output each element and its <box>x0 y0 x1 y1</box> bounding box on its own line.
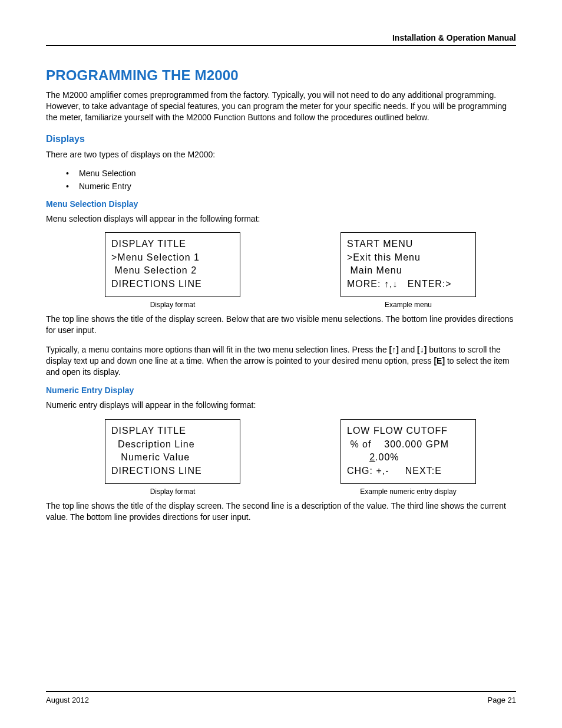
displays-intro: There are two types of displays on the M… <box>46 149 516 160</box>
numeric-example-box: LOW FLOW CUTOFF % of 300.000 GPM 2.00% C… <box>340 419 476 484</box>
displays-heading: Displays <box>46 134 516 144</box>
box-line: Numeric Value <box>111 452 190 462</box>
box-line-left: MORE: <box>347 279 384 289</box>
menu-selection-intro: Menu selection displays will appear in t… <box>46 213 516 225</box>
up-down-arrow-icon: ↑,↓ <box>384 279 398 289</box>
box-line: Menu Selection 2 <box>111 265 197 275</box>
box-line: Description Line <box>111 439 195 449</box>
box-line: DIRECTIONS LINE <box>111 466 202 476</box>
menu-para-2: Typically, a menu contains more options … <box>46 344 516 378</box>
box-line: DISPLAY TITLE <box>111 426 186 436</box>
down-button-ref: [↓] <box>417 345 427 354</box>
menu-format-caption: Display format <box>105 301 240 309</box>
box-line: DISPLAY TITLE <box>111 239 186 249</box>
menu-display-row: DISPLAY TITLE >Menu Selection 1 Menu Sel… <box>105 232 516 309</box>
bullet-item: Numeric Entry <box>66 182 516 191</box>
page-footer: August 2012 Page 21 <box>46 691 516 704</box>
numeric-entry-intro: Numeric entry displays will appear in th… <box>46 400 516 411</box>
menu-example-box: START MENU >Exit this Menu Main Menu MOR… <box>340 232 476 297</box>
down-arrow-icon: ↓ <box>420 345 424 354</box>
box-line: >Exit this Menu <box>347 252 421 262</box>
text-run: Typically, a menu contains more options … <box>46 345 389 354</box>
numeric-format-col: DISPLAY TITLE Description Line Numeric V… <box>105 419 240 496</box>
numeric-example-caption: Example numeric entry display <box>340 487 476 496</box>
box-line-left: CHG: +,- <box>347 466 389 476</box>
numeric-display-row: DISPLAY TITLE Description Line Numeric V… <box>105 419 516 496</box>
menu-format-box: DISPLAY TITLE >Menu Selection 1 Menu Sel… <box>105 232 240 297</box>
cursor-digit: 2 <box>369 452 375 462</box>
footer-date: August 2012 <box>46 696 89 704</box>
menu-example-caption: Example menu <box>340 301 476 309</box>
box-line: Main Menu <box>347 265 402 275</box>
text-run: and <box>399 345 417 354</box>
numeric-format-caption: Display format <box>105 487 240 496</box>
menu-format-col: DISPLAY TITLE >Menu Selection 1 Menu Sel… <box>105 232 240 309</box>
box-line: >Menu Selection 1 <box>111 252 200 262</box>
box-line: START MENU <box>347 239 413 249</box>
numeric-entry-heading: Numeric Entry Display <box>46 386 516 395</box>
numeric-example-col: LOW FLOW CUTOFF % of 300.000 GPM 2.00% C… <box>340 419 476 496</box>
box-line-right: ENTER:> <box>408 279 452 289</box>
box-line-post: .00% <box>375 452 399 462</box>
menu-example-col: START MENU >Exit this Menu Main Menu MOR… <box>340 232 476 309</box>
box-line-pre <box>347 452 369 462</box>
up-button-ref: [↑] <box>389 345 399 354</box>
menu-selection-heading: Menu Selection Display <box>46 199 516 209</box>
e-button-ref: [E] <box>434 356 445 365</box>
numeric-format-box: DISPLAY TITLE Description Line Numeric V… <box>105 419 240 484</box>
displays-bullets: Menu Selection Numeric Entry <box>66 169 516 191</box>
page-title: PROGRAMMING THE M2000 <box>46 67 516 84</box>
intro-para: The M2000 amplifier comes preprogrammed … <box>46 90 516 123</box>
box-line: LOW FLOW CUTOFF <box>347 426 448 436</box>
box-line: % of 300.000 GPM <box>347 439 449 449</box>
box-line-right: NEXT:E <box>405 466 442 476</box>
bullet-item: Menu Selection <box>66 169 516 178</box>
footer-page: Page 21 <box>488 696 516 704</box>
numeric-para-1: The top line shows the title of the disp… <box>46 500 516 523</box>
menu-para-1: The top line shows the title of the disp… <box>46 314 516 336</box>
box-line: DIRECTIONS LINE <box>111 279 202 289</box>
doc-header-title: Installation & Operation Manual <box>392 33 516 42</box>
doc-header: Installation & Operation Manual <box>46 33 516 46</box>
